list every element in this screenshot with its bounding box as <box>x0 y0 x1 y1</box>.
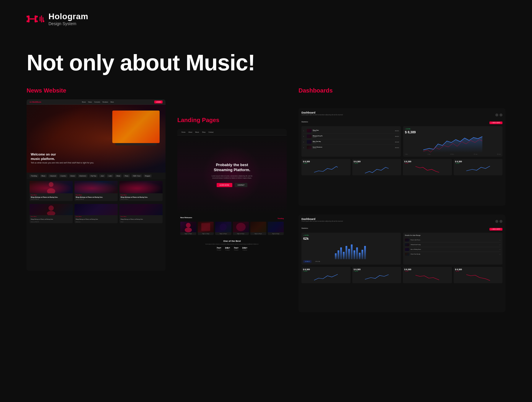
bottom-card-2-img <box>74 204 118 215</box>
contact-button[interactable]: CONTACT <box>235 183 248 187</box>
stat2-box-2-value: $ 8,389 <box>354 268 400 270</box>
detail-val-4: ..... <box>499 253 501 255</box>
stat-2: 34k+ Courses <box>225 247 230 251</box>
stat-4-label: Courses <box>242 249 247 251</box>
bottom-card-2-meta: Genre ● ● <box>74 221 118 223</box>
mockup-hero: Welcome on ourmusic platform. Tell us wh… <box>27 105 166 173</box>
laptop-graphic <box>112 111 160 143</box>
one-of-the-best-section: One of the Best Lorem ipsum dolor sit am… <box>177 237 287 253</box>
mini-chart-2 <box>354 165 400 174</box>
svg-rect-31 <box>364 246 366 259</box>
stat-box-4-chart <box>455 165 501 174</box>
chart-x-labels: 1 Jan 5 Jan 10 Jan 15 Jan 20 Jan <box>405 153 501 155</box>
stat-box-4-change: + 14.5% <box>455 163 501 164</box>
landing-section-label: Landing Pages <box>177 117 287 124</box>
bottom-card-1-genre: Genre Name <box>30 215 73 218</box>
card-2-genre: Genre Name <box>76 194 116 196</box>
tag-rnb: R&B / Soul <box>132 174 142 177</box>
track-2-plays: $ 8,411 <box>395 136 399 137</box>
stat2-box-3: $ 8,389 - 14.5% <box>403 267 452 283</box>
nav-link-concerts: Concerts <box>94 101 100 103</box>
track-1-num: 1. <box>303 130 306 132</box>
dash-1-stats-label: Statistics <box>301 121 308 123</box>
stat-4-value: 34k+ <box>242 247 247 249</box>
svg-point-11 <box>49 182 53 187</box>
mini-chart-1 <box>303 165 349 174</box>
dash-2-title: Dashboard <box>301 218 343 221</box>
one-of-best-title: One of the Best <box>180 240 284 242</box>
toggle-details[interactable]: DETAILS <box>303 260 312 263</box>
card-3: Genre Name Wings Belongs on Planes not R… <box>119 181 163 201</box>
landing-hero: Probably the bestStreaming Platform. Lor… <box>177 135 287 214</box>
x-label-2: 5 Jan <box>428 153 431 155</box>
svg-point-5 <box>36 16 38 17</box>
detail-name-2: I Would Like Freely <box>411 244 497 245</box>
card-1-meta: Genre ● 730 ♥ 35 <box>31 199 72 200</box>
landing-pages-mockup: Home About Music Shop Contact Probably t… <box>177 129 287 253</box>
track-4-num: 4. <box>303 147 306 148</box>
dash-2-header: Dashboard Lorem ipsum dolor sit amet con… <box>301 218 502 225</box>
bottom-card-3-img <box>119 204 163 215</box>
one-of-best-sub: Lorem ipsum dolor sit amet, consectetur … <box>180 243 284 245</box>
dash-2-icons <box>495 220 502 223</box>
dash-1-subtitle: Lorem ipsum dolor sit amet consectetur a… <box>301 114 343 116</box>
stat2-box-3-chart <box>404 273 450 282</box>
genre-tags: Trending Blues Classical Country Dance E… <box>27 173 166 179</box>
dash-1-chart-panel: + 14.5% $ 8,389 <box>403 126 502 157</box>
card-1-genre: Genre Name <box>31 194 72 196</box>
nav-link-more: More <box>111 101 114 103</box>
track-2-info: Winging Dong Du Xinzhen <box>313 135 394 138</box>
dash-1-icon-1[interactable] <box>495 114 498 116</box>
track-1-artist: Xinzhen <box>313 131 394 132</box>
stat2-box-1-value: $ 8,389 <box>303 268 349 270</box>
tag-jazz: Jazz <box>99 174 105 177</box>
releases-tab-trending[interactable]: Trending <box>278 218 284 219</box>
logo-subtitle: Design System <box>48 21 88 26</box>
toggle-offline[interactable]: OFFLINE <box>313 260 322 263</box>
dashboard-1-mockup: Dashboard Lorem ipsum dolor sit amet con… <box>299 108 505 206</box>
release-5-label: High on Hope <box>250 232 266 235</box>
landing-nav-contact: Contact <box>208 131 213 133</box>
card-3-genre: Genre Name <box>121 194 161 196</box>
dash-1-icon-2[interactable] <box>499 114 502 116</box>
dash-1-bottom-stats: $ 8,389 + 14.5% $ 8,389 + 14.5% <box>301 159 502 175</box>
dash-1-title: Dashboard <box>301 111 343 114</box>
card-2-title: Wings Belongs on Planes not Racing Cars. <box>76 197 116 198</box>
stat-box-1: $ 8,389 + 14.5% <box>301 159 351 175</box>
tag-party: Party <box>123 174 130 177</box>
release-3: High on Hope <box>215 222 231 235</box>
dash-2-bar-chart <box>303 241 399 259</box>
nav-link-news: News <box>88 101 92 103</box>
landing-navbar: Home About Music Shop Contact <box>177 129 287 135</box>
dash-1-add-btn[interactable]: + ADD A SPOT <box>489 121 502 124</box>
svg-rect-17 <box>201 223 210 231</box>
stat-box-4: $ 8,389 + 14.5% <box>454 159 503 175</box>
header: Hologram Design System <box>0 0 532 32</box>
dash-2-details-title: Details for date Range <box>405 234 501 236</box>
track-2-num: 2. <box>303 136 306 137</box>
detail-thumb-3 <box>405 248 409 251</box>
svg-point-13 <box>48 205 54 211</box>
detail-name-3: Like a Rolling Stone <box>411 249 497 250</box>
landing-cta-buttons: LEARN MORE CONTACT <box>217 183 248 187</box>
mini-chart-3 <box>404 165 450 174</box>
dashboard-card-2: Dashboard Lorem ipsum dolor sit amet con… <box>299 215 505 312</box>
release-1: High on Hope <box>180 222 196 235</box>
dash-2-icon-search[interactable] <box>495 220 498 223</box>
svg-rect-22 <box>340 247 342 259</box>
svg-rect-21 <box>338 250 339 259</box>
nav-login-button[interactable]: LOGIN <box>154 100 163 103</box>
dash-2-icon-settings[interactable] <box>499 220 502 223</box>
card-3-meta: Genre ● 130 ♥ ● <box>121 199 161 200</box>
svg-rect-30 <box>361 250 363 259</box>
dash-2-add-btn[interactable]: + ADD A SPOT <box>489 228 502 231</box>
hero-heading: Not only about Music! <box>27 50 505 75</box>
stats-header-row: Statistics + ADD A SPOT <box>301 121 502 124</box>
card-2-img <box>74 181 118 193</box>
learn-more-button[interactable]: LEARN MORE <box>217 183 232 187</box>
dash-1-tracklist: 1. Wang Diao Xinzhen $ 8,411 2. <box>301 126 401 157</box>
hero-section: Not only about Music! <box>0 32 532 87</box>
hero-main-text: Welcome on ourmusic platform. <box>31 152 94 161</box>
track-3-num: 3. <box>303 141 306 143</box>
mockup-navbar: ●● MultiMusic Music News Concerts Review… <box>27 99 166 105</box>
